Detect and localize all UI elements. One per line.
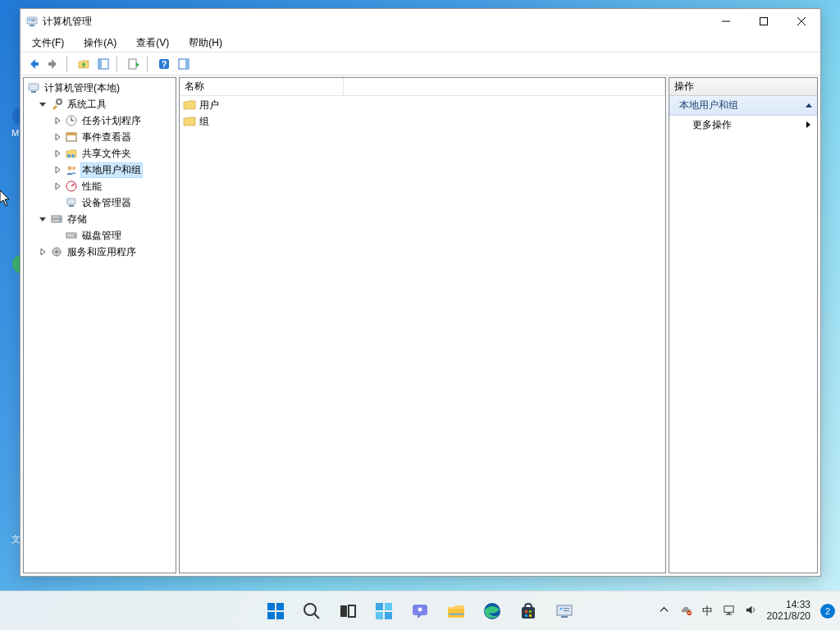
column-name[interactable]: 名称 [180,78,344,95]
task-view-button[interactable] [331,595,364,628]
svg-rect-61 [529,610,532,613]
svg-rect-56 [448,609,464,618]
tree-storage[interactable]: 存储 [24,211,176,227]
store-button[interactable] [512,595,545,628]
action-more-label: 更多操作 [692,118,732,132]
chevron-right-icon[interactable] [52,164,63,176]
svg-text:?: ? [161,59,167,69]
tree-label: 磁盘管理 [80,229,123,243]
tree-services-apps[interactable]: 服务和应用程序 [24,244,176,260]
svg-rect-8 [760,18,768,25]
list-panel: 名称 用户 组 [179,77,666,573]
svg-point-37 [59,220,61,221]
menu-help[interactable]: 帮助(H) [184,35,227,51]
close-button[interactable] [783,9,820,34]
tree-label: 共享文件夹 [80,147,133,161]
svg-point-41 [55,250,58,253]
menu-file[interactable]: 文件(F) [27,35,69,51]
search-button[interactable] [295,595,328,628]
titlebar[interactable]: 计算机管理 [21,9,820,34]
svg-rect-3 [30,25,34,26]
tree-local-users-groups[interactable]: 本地用户和组 [24,162,176,178]
svg-rect-67 [564,608,569,609]
maximize-button[interactable] [745,9,783,34]
back-button[interactable] [24,54,43,73]
svg-rect-62 [525,614,527,617]
chevron-right-icon[interactable] [52,148,63,159]
action-section-label: 本地用户和组 [679,98,738,112]
tree-task-scheduler[interactable]: 任务计划程序 [24,112,176,129]
tree-label: 服务和应用程序 [66,245,138,259]
svg-rect-42 [267,603,275,610]
up-folder-button[interactable] [74,54,93,73]
svg-rect-73 [727,613,730,614]
show-hide-action-button[interactable] [174,54,193,73]
svg-rect-72 [724,605,733,612]
svg-rect-18 [29,84,39,90]
list-item-users[interactable]: 用户 [180,97,665,113]
svg-rect-60 [525,610,527,613]
svg-point-39 [74,235,75,236]
edge-button[interactable] [476,595,509,628]
explorer-button[interactable] [440,595,472,628]
chevron-right-icon[interactable] [52,131,63,143]
separator [116,56,120,72]
forward-button[interactable] [43,54,62,73]
help-button[interactable]: ? [154,54,173,73]
column-spacer[interactable] [344,78,665,95]
svg-rect-53 [385,612,392,619]
action-more[interactable]: 更多操作 [669,116,817,134]
chevron-right-icon[interactable] [52,180,63,192]
menu-action[interactable]: 操作(A) [79,35,121,51]
chevron-down-icon[interactable] [37,98,48,110]
chevron-down-icon[interactable] [37,213,48,225]
svg-rect-59 [522,607,535,619]
tree-shared-folders[interactable]: 共享文件夹 [24,145,176,162]
svg-point-55 [418,607,422,611]
widgets-button[interactable] [368,595,400,628]
tray-overflow-icon[interactable] [658,604,670,619]
svg-point-4 [29,19,30,21]
svg-rect-44 [267,612,275,619]
svg-rect-43 [276,603,284,610]
event-icon [65,130,78,144]
clock[interactable]: 14:33 2021/8/20 [767,600,810,623]
window-title: 计算机管理 [43,15,707,29]
menu-view[interactable]: 查看(V) [131,35,174,51]
svg-rect-12 [98,59,102,69]
volume-icon[interactable] [745,604,757,619]
tree-system-tools[interactable]: 系统工具 [24,96,176,112]
svg-rect-6 [31,21,35,21]
tree-device-manager[interactable]: 设备管理器 [24,194,176,211]
show-hide-tree-button[interactable] [94,54,112,73]
notification-badge[interactable]: 2 [820,604,835,619]
network-icon[interactable] [723,604,735,619]
ime-indicator[interactable]: 中 [702,604,713,619]
svg-rect-45 [276,612,284,619]
action-section[interactable]: 本地用户和组 [669,96,817,116]
svg-rect-68 [564,610,569,611]
svg-point-36 [59,217,61,218]
menubar: 文件(F) 操作(A) 查看(V) 帮助(H) [21,34,820,52]
app-running-button[interactable] [548,595,581,628]
clock-icon [65,114,78,127]
tree-disk-management[interactable]: 磁盘管理 [24,227,176,244]
tools-icon [50,98,63,111]
export-list-button[interactable] [124,54,143,73]
chevron-right-icon[interactable] [37,246,48,258]
list-item-groups[interactable]: 组 [180,113,665,130]
onedrive-icon[interactable] [680,604,692,619]
tree-root[interactable]: 计算机管理(本地) [24,80,176,96]
chevron-right-icon[interactable] [52,115,63,126]
start-button[interactable] [259,595,292,628]
disk-icon [65,229,78,242]
svg-point-66 [560,607,563,609]
svg-rect-57 [449,614,463,615]
tree-performance[interactable]: 性能 [24,178,176,194]
folder-icon [183,98,196,112]
tree-event-viewer[interactable]: 事件查看器 [24,129,176,145]
svg-rect-25 [66,133,76,135]
chat-button[interactable] [404,595,436,628]
minimize-button[interactable] [707,9,745,34]
svg-rect-19 [31,91,36,93]
